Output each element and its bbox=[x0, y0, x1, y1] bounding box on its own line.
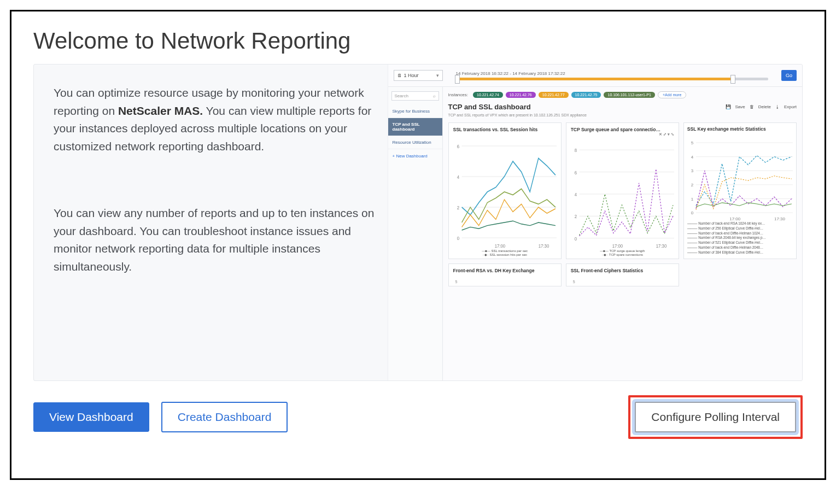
add-instance-button[interactable]: +Add more bbox=[658, 91, 686, 98]
svg-text:2: 2 bbox=[691, 183, 693, 187]
svg-text:4: 4 bbox=[457, 174, 459, 180]
widget-title: SSL transactions vs. SSL Session hits bbox=[453, 127, 557, 132]
intro-paragraph-1: You can optimize resource usage by monit… bbox=[54, 84, 375, 155]
svg-text:1: 1 bbox=[691, 197, 693, 202]
svg-text:0: 0 bbox=[574, 236, 577, 242]
svg-text:4: 4 bbox=[574, 191, 577, 197]
svg-text:17:00: 17:00 bbox=[494, 243, 505, 249]
svg-text:17:00: 17:00 bbox=[612, 243, 623, 249]
export-icon: ⭳ bbox=[775, 104, 780, 109]
legend-item: Number of RSA 2048-bit key exchanges p… bbox=[687, 236, 793, 241]
chart-legend: —■— SSL transactions per sec ··◆·· SSL s… bbox=[453, 249, 557, 256]
svg-text:17:30: 17:30 bbox=[656, 243, 667, 249]
legend-item: Number of 256 Elliptical Curve Diffie-He… bbox=[687, 226, 793, 231]
view-dashboard-button[interactable]: View Dashboard bbox=[33, 402, 149, 432]
widget-title-text: TCP Surge queue and spare connectio… bbox=[571, 127, 660, 132]
time-slider[interactable] bbox=[456, 78, 768, 80]
preview-toolbar: 1 Hour 14 February 2018 16:32:22 - 14 Fe… bbox=[388, 65, 802, 87]
dashboard-preview: 1 Hour 14 February 2018 16:32:22 - 14 Fe… bbox=[388, 65, 802, 380]
section-actions: 💾Save 🗑Delete ⭳Export bbox=[726, 104, 797, 109]
legend-item: Number of 384 Elliptical Curve Diffie-He… bbox=[687, 250, 793, 255]
svg-text:17:00: 17:00 bbox=[729, 216, 740, 221]
widget-tcp-surge: TCP Surge queue and spare connectio… ✕ ⤢… bbox=[566, 122, 679, 259]
chart: 6 4 2 0 17:00 17:30 bbox=[453, 134, 557, 249]
instance-chip[interactable]: 10.106.101.112-user1-P1 bbox=[604, 92, 654, 98]
svg-text:2: 2 bbox=[574, 214, 577, 220]
save-button[interactable]: Save bbox=[735, 104, 745, 109]
new-dashboard-link[interactable]: + New Dashboard bbox=[388, 149, 442, 163]
sidebar-search[interactable]: Search ⌕ bbox=[391, 91, 439, 101]
svg-text:0: 0 bbox=[691, 210, 693, 215]
svg-text:6: 6 bbox=[574, 169, 577, 175]
delete-icon: 🗑 bbox=[750, 104, 754, 109]
chart-legend: —■— TCP surge queue length ··◆·· TCP spa… bbox=[571, 249, 674, 256]
widget-ssl-frontend-ciphers: SSL Front-end Ciphers Statistics 5 bbox=[566, 263, 679, 286]
svg-text:5: 5 bbox=[691, 140, 693, 145]
search-placeholder: Search bbox=[395, 93, 408, 98]
widget-title: TCP Surge queue and spare connectio… ✕ ⤢… bbox=[571, 127, 674, 137]
svg-text:17:30: 17:30 bbox=[538, 243, 549, 249]
time-range-select[interactable]: 1 Hour bbox=[394, 70, 443, 81]
config-highlight-box: Configure Polling Interval bbox=[628, 395, 803, 439]
legend-item: Number of back-end RSA 1024-bit key ex… bbox=[687, 221, 793, 226]
instances-label: Instances: bbox=[448, 92, 468, 97]
axis-tick: 5 bbox=[453, 276, 557, 284]
save-icon: 💾 bbox=[726, 104, 731, 109]
preview-body: Search ⌕ Skype for Business TCP and SSL … bbox=[388, 87, 802, 380]
intro-paragraph-2: You can view any number of reports and u… bbox=[54, 204, 375, 276]
sidebar-item-skype[interactable]: Skype for Business bbox=[388, 105, 442, 118]
instance-chip[interactable]: 10.221.42.76 bbox=[506, 92, 536, 98]
app-frame: Welcome to Network Reporting You can opt… bbox=[10, 10, 826, 480]
go-button[interactable]: Go bbox=[781, 70, 797, 81]
time-slider-wrap: 14 February 2018 16:32:22 - 14 February … bbox=[456, 71, 768, 80]
svg-text:2: 2 bbox=[457, 204, 459, 210]
legend-item: Number of back-end Diffie-Helman 2048… bbox=[687, 245, 793, 250]
instance-chip[interactable]: 10.221.42.74 bbox=[473, 92, 503, 98]
product-name: NetScaler MAS. bbox=[118, 104, 203, 117]
instance-chip[interactable]: 10.221.42.75 bbox=[571, 92, 601, 98]
preview-sidebar: Search ⌕ Skype for Business TCP and SSL … bbox=[388, 87, 443, 380]
instance-chip-row: Instances: 10.221.42.74 10.221.42.76 10.… bbox=[448, 91, 797, 98]
legend-item: SSL sesssion hits per sec bbox=[490, 253, 527, 256]
export-button[interactable]: Export bbox=[784, 104, 797, 109]
intro-text-column: You can optimize resource usage by monit… bbox=[54, 80, 375, 380]
legend-item: Number of 521 Elliptical Curve Diffie-He… bbox=[687, 241, 793, 245]
time-range-label: 14 February 2018 16:32:22 - 14 February … bbox=[456, 71, 768, 76]
svg-text:3: 3 bbox=[691, 169, 693, 174]
page-title: Welcome to Network Reporting bbox=[33, 28, 803, 54]
widget-ssl-transactions: SSL transactions vs. SSL Session hits 6 … bbox=[448, 122, 562, 259]
widget-ssl-key-exchange: SSL Key exchange metric Statistics 5 4 3 bbox=[683, 122, 797, 259]
create-dashboard-button[interactable]: Create Dashboard bbox=[161, 402, 288, 432]
delete-button[interactable]: Delete bbox=[758, 104, 771, 109]
widget-frontend-rsa-dh: Front-end RSA vs. DH Key Exchange 5 bbox=[448, 263, 562, 286]
instance-chip[interactable]: 10.221.42.77 bbox=[539, 92, 569, 98]
legend-item: TCP spare connections bbox=[609, 253, 643, 256]
welcome-card: You can optimize resource usage by monit… bbox=[33, 64, 803, 381]
section-title: TCP and SSL dashboard bbox=[448, 103, 531, 111]
action-button-row: View Dashboard Create Dashboard Configur… bbox=[33, 395, 803, 439]
widget-toolbar-icons[interactable]: ✕ ⤢ ▾ ⤡ bbox=[659, 132, 674, 137]
svg-text:17:30: 17:30 bbox=[774, 216, 785, 221]
svg-text:8: 8 bbox=[574, 148, 577, 154]
sidebar-item-tcp-ssl[interactable]: TCP and SSL dashboard bbox=[388, 118, 442, 136]
chart-text-legend: Number of back-end RSA 1024-bit key ex… … bbox=[687, 221, 793, 255]
svg-text:6: 6 bbox=[457, 143, 459, 149]
sidebar-item-resource-util[interactable]: Resource Utilization bbox=[388, 136, 442, 149]
search-icon: ⌕ bbox=[433, 93, 436, 98]
axis-tick: 5 bbox=[571, 276, 674, 284]
legend-item: Number of back-end Diffie-Helman 1024… bbox=[687, 231, 793, 236]
widget-title: SSL Front-end Ciphers Statistics bbox=[571, 268, 674, 273]
widget-title: SSL Key exchange metric Statistics bbox=[687, 126, 793, 132]
section-subtitle: TCP and SSL reports of VPX which are pre… bbox=[448, 113, 797, 117]
section-header: TCP and SSL dashboard 💾Save 🗑Delete ⭳Exp… bbox=[448, 103, 797, 111]
widget-spacer bbox=[683, 263, 797, 286]
svg-text:0: 0 bbox=[457, 235, 459, 241]
chart: 8 6 4 2 0 17:00 17:30 bbox=[571, 139, 674, 249]
configure-polling-interval-button[interactable]: Configure Polling Interval bbox=[635, 402, 796, 432]
preview-main: Instances: 10.221.42.74 10.221.42.76 10.… bbox=[443, 87, 802, 380]
svg-text:4: 4 bbox=[691, 155, 694, 160]
chart: 5 4 3 2 1 0 17:0 bbox=[687, 134, 793, 221]
widget-grid: SSL transactions vs. SSL Session hits 6 … bbox=[448, 122, 797, 286]
widget-title: Front-end RSA vs. DH Key Exchange bbox=[453, 268, 557, 273]
